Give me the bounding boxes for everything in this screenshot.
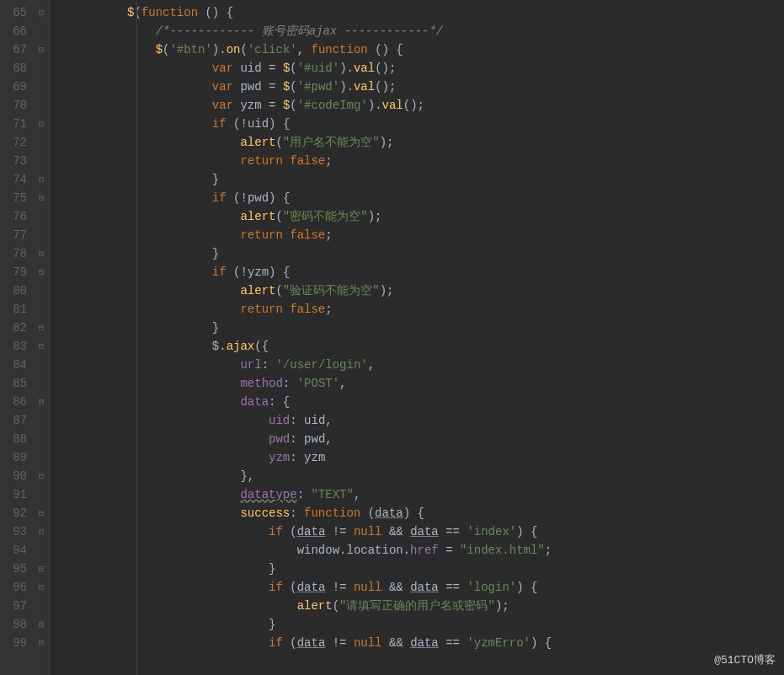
indent-guide [136,0,137,675]
fold-marker [34,283,49,302]
code-line[interactable]: } [50,561,784,580]
line-number: 99 [0,635,34,654]
code-line[interactable]: if (data != null && data == 'index') { [50,524,784,543]
line-number: 73 [0,153,34,172]
fold-marker [34,543,49,561]
line-number: 90 [0,469,34,487]
fold-marker[interactable]: ⊟ [34,320,49,339]
line-number-gutter: 6566676869707172737475767778798081828384… [0,0,34,675]
fold-marker[interactable]: ⊟ [34,617,49,635]
line-number: 96 [0,580,34,598]
fold-marker [34,598,49,617]
line-number: 92 [0,506,34,524]
code-line[interactable]: if (data != null && data == 'yzmErro') { [50,635,784,654]
fold-gutter[interactable]: ⊟⊟⊟⊟⊟⊟⊟⊟⊟⊟⊟⊟⊟⊟⊟⊟⊟ [34,0,50,675]
code-line[interactable]: } [50,617,784,635]
fold-marker[interactable]: ⊟ [34,246,49,265]
code-line[interactable]: datatype: "TEXT", [50,487,784,506]
line-number: 89 [0,450,34,469]
line-number: 70 [0,98,34,116]
line-number: 83 [0,339,34,357]
line-number: 91 [0,487,34,506]
line-number: 84 [0,357,34,376]
code-line[interactable]: alert("请填写正确的用户名或密码"); [50,598,784,617]
code-line[interactable]: if (!uid) { [50,116,784,135]
fold-marker[interactable]: ⊟ [34,190,49,209]
fold-marker[interactable]: ⊟ [34,469,49,487]
fold-marker [34,228,49,246]
fold-marker[interactable]: ⊟ [34,524,49,543]
fold-marker[interactable]: ⊟ [34,394,49,413]
fold-marker [34,24,49,42]
code-line[interactable]: pwd: pwd, [50,431,784,450]
code-editor[interactable]: 6566676869707172737475767778798081828384… [0,0,784,675]
line-number: 86 [0,394,34,413]
code-line[interactable]: uid: uid, [50,413,784,431]
code-line[interactable]: alert("验证码不能为空"); [50,283,784,302]
code-line[interactable]: $('#btn').on('click', function () { [50,42,784,61]
line-number: 67 [0,42,34,61]
code-line[interactable]: } [50,172,784,190]
code-line[interactable]: alert("密码不能为空"); [50,209,784,228]
line-number: 94 [0,543,34,561]
code-area[interactable]: $(function () { /*------------ 账号密码ajax … [50,0,784,675]
line-number: 85 [0,376,34,394]
fold-marker[interactable]: ⊟ [34,561,49,580]
line-number: 78 [0,246,34,265]
line-number: 81 [0,302,34,320]
code-line[interactable]: }, [50,469,784,487]
fold-marker[interactable]: ⊟ [34,580,49,598]
fold-marker [34,153,49,172]
watermark-label: @51CTO博客 [714,652,776,668]
fold-marker [34,209,49,228]
fold-marker[interactable]: ⊟ [34,506,49,524]
code-line[interactable]: $(function () { [50,5,784,24]
line-number: 79 [0,265,34,283]
code-line[interactable]: window.location.href = "index.html"; [50,543,784,561]
fold-marker[interactable]: ⊟ [34,635,49,654]
code-line[interactable]: /*------------ 账号密码ajax ------------*/ [50,24,784,42]
line-number: 97 [0,598,34,617]
fold-marker [34,413,49,431]
code-line[interactable]: url: '/user/login', [50,357,784,376]
line-number: 88 [0,431,34,450]
fold-marker[interactable]: ⊟ [34,5,49,24]
code-line[interactable]: } [50,320,784,339]
line-number: 71 [0,116,34,135]
fold-marker[interactable]: ⊟ [34,339,49,357]
code-line[interactable]: data: { [50,394,784,413]
fold-marker[interactable]: ⊟ [34,42,49,61]
fold-marker [34,302,49,320]
fold-marker [34,376,49,394]
fold-marker [34,357,49,376]
code-line[interactable]: if (!pwd) { [50,190,784,209]
code-line[interactable]: return false; [50,302,784,320]
line-number: 65 [0,5,34,24]
code-line[interactable]: $.ajax({ [50,339,784,357]
fold-marker [34,487,49,506]
code-line[interactable]: } [50,246,784,265]
line-number: 76 [0,209,34,228]
code-line[interactable]: yzm: yzm [50,450,784,469]
line-number: 74 [0,172,34,190]
code-line[interactable]: method: 'POST', [50,376,784,394]
code-line[interactable]: var yzm = $('#codeImg').val(); [50,98,784,116]
line-number: 75 [0,190,34,209]
code-line[interactable]: if (data != null && data == 'login') { [50,580,784,598]
fold-marker[interactable]: ⊟ [34,172,49,190]
fold-marker [34,79,49,98]
line-number: 93 [0,524,34,543]
line-number: 72 [0,135,34,153]
fold-marker [34,98,49,116]
code-line[interactable]: alert("用户名不能为空"); [50,135,784,153]
fold-marker[interactable]: ⊟ [34,116,49,135]
fold-marker[interactable]: ⊟ [34,265,49,283]
code-line[interactable]: var uid = $('#uid').val(); [50,61,784,79]
code-line[interactable]: return false; [50,228,784,246]
code-line[interactable]: var pwd = $('#pwd').val(); [50,79,784,98]
line-number: 80 [0,283,34,302]
code-line[interactable]: return false; [50,153,784,172]
line-number: 69 [0,79,34,98]
code-line[interactable]: if (!yzm) { [50,265,784,283]
code-line[interactable]: success: function (data) { [50,506,784,524]
